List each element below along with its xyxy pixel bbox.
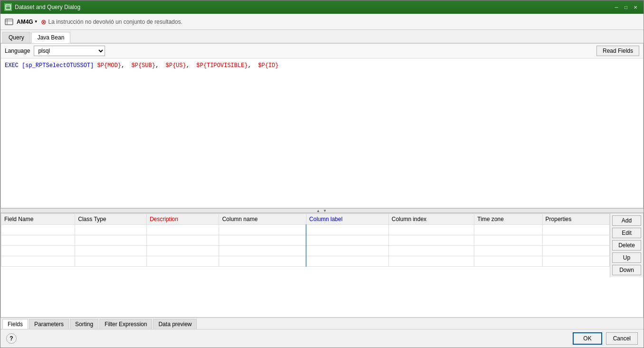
error-icon: ⊗ [41,18,47,26]
edit-button[interactable]: Edit [612,228,641,238]
table-row[interactable] [1,225,610,235]
dialog-title: Dataset and Query Dialog [15,4,612,10]
title-bar: Dataset and Query Dialog ─ □ ✕ [0,0,644,14]
table-row[interactable] [1,256,610,267]
svg-rect-2 [5,19,13,25]
help-button[interactable]: ? [6,333,17,344]
splitter[interactable]: ▲ ▼ [0,208,644,213]
cell-properties [542,246,609,256]
param-sub: $P{SUB} [131,62,155,69]
table-header-row: Field Name Class Type Description Column… [1,214,610,225]
cell-description [146,246,219,256]
language-label: Language [5,48,30,54]
cell-column-index [388,225,474,235]
cell-time-zone [474,246,542,256]
table-row[interactable] [1,235,610,246]
cell-description [146,256,219,267]
add-button[interactable]: Add [612,215,641,226]
param-id: $P{ID} [258,62,279,69]
tab-java-bean[interactable]: Java Bean [31,32,71,43]
cell-description [146,235,219,246]
cell-column-label [306,256,388,267]
cell-description [146,225,219,235]
cell-field-name [1,225,75,235]
cell-field-name [1,256,75,267]
cell-column-label [306,225,388,235]
svg-rect-0 [6,5,10,10]
col-column-index: Column index [388,214,474,225]
error-text: La instrucción no devolvió un conjunto d… [48,19,183,25]
error-message: ⊗ La instrucción no devolvió un conjunto… [41,18,183,26]
tab-filter-expression[interactable]: Filter Expression [99,319,152,329]
fields-row: Field Name Class Type Description Column… [1,213,643,277]
fields-section: Field Name Class Type Description Column… [0,213,644,318]
code-editor[interactable]: EXEC [sp_RPTSelectOTUSSOT] $P{MOD}, $P{S… [1,58,643,208]
cell-column-index [388,256,474,267]
cell-column-index [388,246,474,256]
close-button[interactable]: ✕ [631,3,640,11]
toolbar: AM4G ▼ ⊗ La instrucción no devolvió un c… [0,14,644,30]
tab-parameters[interactable]: Parameters [29,319,69,329]
window-controls: ─ □ ✕ [612,3,640,11]
dropdown-arrow-icon: ▼ [34,19,38,24]
cell-class-type [75,235,147,246]
datasource-icon [4,17,14,27]
cell-column-label [306,235,388,246]
minimize-button[interactable]: ─ [612,3,621,11]
datasource-label: AM4G [17,19,33,25]
up-button[interactable]: Up [612,252,641,263]
cell-time-zone [474,225,542,235]
cell-column-name [219,256,306,267]
down-button[interactable]: Down [612,265,641,275]
datasource-dropdown[interactable]: AM4G ▼ [17,19,38,25]
cell-column-name [219,235,306,246]
footer-actions: OK Cancel [573,332,638,345]
col-column-name: Column name [219,214,306,225]
tab-sorting[interactable]: Sorting [70,319,98,329]
bottom-tabs: Fields Parameters Sorting Filter Express… [0,318,644,329]
footer: ? OK Cancel [0,329,644,348]
tab-query[interactable]: Query [2,32,30,43]
cell-class-type [75,246,147,256]
ok-button[interactable]: OK [573,332,602,345]
fields-main: Field Name Class Type Description Column… [1,213,610,277]
title-bar-icon [4,3,12,11]
tab-data-preview[interactable]: Data preview [153,319,197,329]
cancel-button[interactable]: Cancel [606,332,638,345]
language-bar: Language plsql sql Read Fields [1,44,643,58]
cell-time-zone [474,256,542,267]
col-column-label: Column label [306,214,388,225]
col-properties: Properties [542,214,609,225]
language-select[interactable]: plsql sql [34,46,105,56]
proc-name: [sp_RPTSelectOTUSSOT] [22,62,94,69]
param-tipovisible: $P{TIPOVISIBLE} [196,62,248,69]
cell-column-label [306,246,388,256]
maximize-button[interactable]: □ [622,3,630,11]
col-class-type: Class Type [75,214,147,225]
cell-time-zone [474,235,542,246]
code-line-1: EXEC [sp_RPTSelectOTUSSOT] $P{MOD}, $P{S… [5,61,639,70]
read-fields-button[interactable]: Read Fields [596,46,639,56]
cell-properties [542,235,609,246]
cell-column-index [388,235,474,246]
cell-class-type [75,256,147,267]
cell-field-name [1,246,75,256]
col-time-zone: Time zone [474,214,542,225]
fields-table-container: Field Name Class Type Description Column… [1,213,610,267]
cell-properties [542,256,609,267]
fields-table: Field Name Class Type Description Column… [1,213,610,267]
cell-properties [542,225,609,235]
cell-class-type [75,225,147,235]
tab-fields[interactable]: Fields [2,319,28,329]
table-row[interactable] [1,246,610,256]
tabs-bar: Query Java Bean [0,30,644,43]
delete-button[interactable]: Delete [612,240,641,251]
fields-actions: Add Edit Delete Up Down [610,213,643,277]
cell-field-name [1,235,75,246]
exec-keyword: EXEC [5,62,19,69]
param-us: $P{US} [166,62,186,69]
dialog: Dataset and Query Dialog ─ □ ✕ AM4G ▼ ⊗ … [0,0,644,348]
cell-column-name [219,225,306,235]
col-description: Description [146,214,219,225]
query-section: Language plsql sql Read Fields EXEC [sp_… [0,43,644,208]
